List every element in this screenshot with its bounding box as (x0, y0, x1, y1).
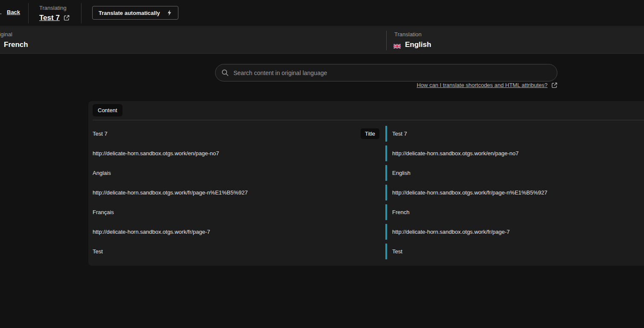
original-text: http://delicate-horn.sandbox.otgs.work/f… (93, 229, 210, 235)
original-cell[interactable]: Français (93, 204, 385, 220)
translation-row[interactable]: Test 7 Title Test 7 (93, 126, 644, 142)
original-cell[interactable]: http://delicate-horn.sandbox.otgs.work/f… (93, 185, 385, 200)
original-language: French (4, 41, 28, 49)
translation-row[interactable]: Anglais English (93, 165, 644, 181)
translation-row[interactable]: Test Test (93, 244, 644, 259)
original-text: Test 7 (93, 131, 108, 137)
back-link[interactable]: Back (7, 9, 20, 15)
translation-row[interactable]: http://delicate-horn.sandbox.otgs.work/f… (93, 185, 644, 200)
back-arrow-icon: ← (0, 9, 3, 17)
translation-language-section: Translation English (393, 30, 431, 49)
translation-row[interactable]: http://delicate-horn.sandbox.otgs.work/e… (93, 145, 644, 161)
field-type-badge: Title (361, 128, 379, 139)
search-icon (221, 69, 229, 76)
translation-text: Test (387, 244, 402, 259)
help-open-in-new-icon[interactable] (551, 82, 557, 88)
translation-language: English (405, 41, 431, 49)
translation-text: http://delicate-horn.sandbox.otgs.work/e… (387, 145, 519, 161)
translation-cell[interactable]: http://delicate-horn.sandbox.otgs.work/f… (385, 185, 644, 200)
translation-cell[interactable]: Test (385, 244, 644, 259)
original-text: Anglais (93, 170, 111, 176)
topbar-divider (28, 3, 29, 23)
translate-automatically-button[interactable]: Translate automatically (92, 6, 178, 20)
translate-button-label: Translate automatically (99, 10, 160, 16)
original-cell[interactable]: Anglais (93, 165, 385, 181)
language-bar: Original French Translation En (0, 27, 644, 54)
translation-text: Test 7 (387, 126, 407, 142)
document-title-link[interactable]: Test 7 (39, 14, 60, 22)
original-cell[interactable]: Test (93, 244, 385, 259)
original-text: http://delicate-horn.sandbox.otgs.work/e… (93, 150, 219, 157)
translation-cell[interactable]: English (385, 165, 644, 181)
original-cell[interactable]: http://delicate-horn.sandbox.otgs.work/f… (93, 224, 385, 240)
translation-row[interactable]: Français French (93, 204, 644, 220)
original-label: Original (0, 30, 28, 39)
uk-flag-icon (393, 43, 401, 47)
document-open-in-new-icon[interactable] (64, 15, 70, 21)
original-cell[interactable]: Test 7 Title (93, 126, 385, 142)
translating-group: Translating Test 7 (39, 4, 70, 22)
translation-text: English (387, 165, 411, 181)
translation-cell[interactable]: French (385, 204, 644, 220)
translation-text: http://delicate-horn.sandbox.otgs.work/f… (387, 185, 548, 200)
translation-label: Translation (393, 30, 431, 39)
topbar: ← Back Translating Test 7 Translate auto… (0, 0, 644, 26)
search-input[interactable] (233, 70, 551, 76)
translation-row[interactable]: http://delicate-horn.sandbox.otgs.work/f… (93, 224, 644, 240)
translating-label: Translating (39, 4, 70, 12)
original-text: Français (93, 209, 114, 215)
content-panel: Content Test 7 Title Test 7 http://delic… (88, 101, 644, 266)
topbar-divider (81, 3, 82, 23)
language-bar-divider (386, 31, 387, 50)
content-rows: Test 7 Title Test 7 http://delicate-horn… (93, 120, 644, 259)
translation-cell[interactable]: Test 7 (385, 126, 644, 142)
search-bar (215, 64, 557, 81)
original-language-section: Original French (0, 30, 28, 49)
original-text: http://delicate-horn.sandbox.otgs.work/f… (93, 189, 248, 196)
translation-text: http://delicate-horn.sandbox.otgs.work/f… (387, 224, 510, 240)
original-cell[interactable]: http://delicate-horn.sandbox.otgs.work/e… (93, 145, 385, 161)
translation-text: French (387, 204, 409, 220)
translation-cell[interactable]: http://delicate-horn.sandbox.otgs.work/e… (385, 145, 644, 161)
lightning-bolt-icon (167, 10, 172, 16)
help-row: How can I translate shortcodes and HTML … (215, 82, 557, 88)
original-text: Test (93, 248, 103, 255)
help-link[interactable]: How can I translate shortcodes and HTML … (417, 82, 548, 88)
content-tab[interactable]: Content (93, 104, 122, 116)
translation-cell[interactable]: http://delicate-horn.sandbox.otgs.work/f… (385, 224, 644, 240)
